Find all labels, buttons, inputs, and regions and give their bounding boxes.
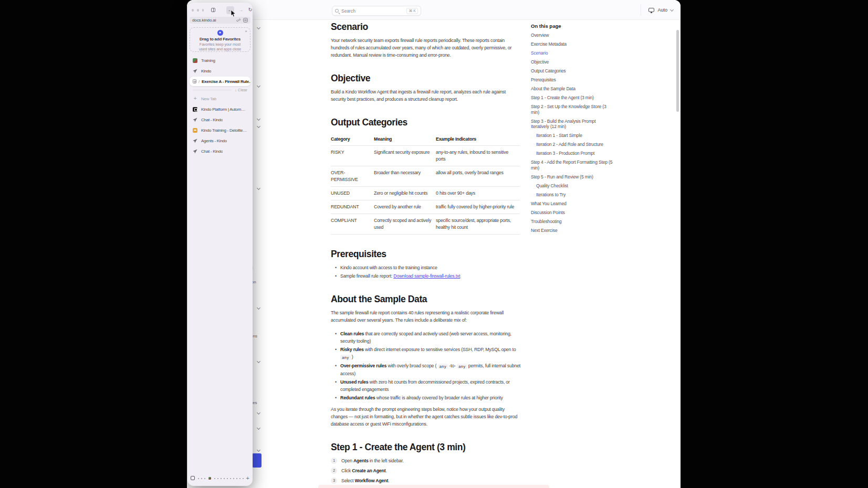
- toc-item[interactable]: What You Learned: [531, 201, 615, 207]
- panel-tab-list: Training Kindo / Exercise A - Firewall R…: [190, 55, 250, 156]
- toc-item[interactable]: Next Exercise: [531, 228, 615, 234]
- mini-favicon[interactable]: [208, 477, 211, 480]
- list-item-text: Kindo account with access to the trainin…: [340, 265, 437, 270]
- toc-item[interactable]: Discussion Points: [531, 210, 615, 216]
- toc-item[interactable]: Iteration 2 - Add Role and Structure: [531, 142, 615, 147]
- section-heading-step1: Step 1 - Create the Agent (3 min): [331, 441, 521, 453]
- table-row: REDUNDANT Covered by another rule traffi…: [331, 200, 520, 214]
- panel-toolbar: ← → ↻: [187, 5, 253, 15]
- section-heading-scenario: Scenario: [331, 21, 521, 33]
- cell-indicators: 0 hits over 90+ days: [436, 187, 520, 200]
- collapsed-nav-chevron-icon[interactable]: [257, 426, 260, 430]
- tab-chat-kindo-2[interactable]: Chat - Kindo: [190, 146, 250, 156]
- refresh-button[interactable]: ↻: [248, 7, 253, 13]
- toc-item[interactable]: Objective: [531, 59, 615, 65]
- bullet-text: ): [351, 354, 353, 359]
- toc-item[interactable]: Step 2 - Set Up the Knowledge Store (3 m…: [531, 104, 615, 115]
- toc-item[interactable]: Output Categories: [531, 68, 615, 74]
- tab-dots-indicator[interactable]: [197, 477, 206, 479]
- collapsed-nav-chevron-icon[interactable]: [257, 448, 260, 452]
- browser-window: Search ⌘ K Auto g ion ons ces Scenario: [187, 0, 681, 488]
- copy-link-icon[interactable]: [236, 18, 241, 23]
- toc-item[interactable]: Iterations to Try: [531, 192, 615, 198]
- tab-chat-kindo[interactable]: Chat - Kindo: [190, 114, 250, 125]
- ask-ai-button[interactable]: [252, 453, 262, 468]
- cell-category: OVER-PERMISSIVE: [331, 166, 374, 187]
- toc-item[interactable]: Troubleshooting: [531, 219, 615, 225]
- step-text-post: .: [388, 478, 389, 483]
- section-heading-output-categories: Output Categories: [331, 116, 521, 128]
- tab-dots-indicator[interactable]: [213, 477, 244, 479]
- sidebar-item-kindo[interactable]: Kindo: [190, 66, 250, 76]
- clear-tabs-button[interactable]: ↓ Clear: [235, 88, 250, 92]
- toc-item[interactable]: Step 4 - Add the Report Formatting Step …: [531, 160, 615, 171]
- reader-menu-icon[interactable]: [243, 18, 248, 23]
- collapsed-nav-chevron-icon[interactable]: [257, 117, 260, 121]
- inline-code: any: [340, 355, 351, 360]
- toc-item[interactable]: About the Sample Data: [531, 86, 615, 92]
- collapsed-nav-chevron-icon[interactable]: [257, 26, 260, 29]
- inline-code: any: [457, 364, 467, 369]
- collapsed-nav-chevron-icon[interactable]: [257, 84, 260, 88]
- cell-meaning: Correctly scoped and actively used: [374, 214, 436, 235]
- toc-item[interactable]: Step 3 - Build the Analysis Prompt Itera…: [531, 119, 615, 130]
- drag-to-add-favorites-dropzone[interactable]: × ★ Drag to add Favorites Favorites keep…: [190, 27, 250, 52]
- theme-selector[interactable]: Auto: [641, 4, 673, 16]
- forward-button[interactable]: →: [238, 7, 244, 13]
- bullet-text: with direct internet exposure to sensiti…: [364, 347, 516, 352]
- url-bar[interactable]: docs.kindo.ai: [190, 17, 250, 24]
- active-tab-exercise-a[interactable]: / Exercise A - Firewall Rule...: [190, 77, 250, 86]
- collapsed-nav-chevron-icon[interactable]: [257, 186, 260, 190]
- step-text-bold: Create an Agent: [352, 468, 385, 473]
- new-space-button[interactable]: +: [246, 475, 249, 481]
- back-button[interactable]: ←: [226, 6, 234, 14]
- inline-code: any: [438, 364, 448, 369]
- close-icon[interactable]: ×: [245, 29, 247, 34]
- collapsed-nav-chevron-icon[interactable]: [257, 124, 260, 128]
- collapsed-nav-chevron-icon[interactable]: [257, 306, 260, 310]
- tab-agents-kindo[interactable]: Agents - Kindo: [190, 135, 250, 146]
- archive-box-icon[interactable]: [191, 476, 195, 480]
- sidebar-toggle-icon[interactable]: [211, 8, 215, 12]
- bullet-lead: Redundant rules: [340, 395, 375, 400]
- bullet-lead: Clean rules: [340, 331, 364, 336]
- search-icon: [335, 9, 339, 13]
- instruction-step: 1 Open Agents in the left sidebar.: [331, 457, 521, 464]
- download-sample-link[interactable]: Download sample-firewall-rules.txt: [393, 273, 460, 279]
- output-categories-table: Category Meaning Example Indicators RISK…: [331, 133, 520, 235]
- step1-instructions: 1 Open Agents in the left sidebar. 2 Cli…: [331, 457, 521, 488]
- tab-kindo-training-deloitte[interactable]: Kindo Training - Deloitte 4/...: [190, 125, 250, 135]
- bullet-lead: Over-permissive rules: [340, 363, 386, 368]
- desktop-background: Search ⌘ K Auto g ion ons ces Scenario: [0, 0, 868, 488]
- search-input[interactable]: Search ⌘ K: [332, 6, 421, 16]
- new-tab-button[interactable]: + New Tab: [190, 93, 250, 104]
- toc-item[interactable]: Step 5 - Run and Review (5 min): [531, 174, 615, 180]
- cell-meaning: Zero or negligible hit counts: [374, 187, 436, 200]
- tab-kindo-platform[interactable]: Kindo Platform | Automate...: [190, 104, 250, 114]
- toc-item[interactable]: Iteration 3 - Production Prompt: [531, 151, 615, 156]
- traffic-light-zoom[interactable]: [202, 9, 204, 12]
- toc-item[interactable]: Overview: [531, 33, 615, 38]
- traffic-light-close[interactable]: [192, 9, 194, 12]
- toc-item[interactable]: Exercise Metadata: [531, 41, 615, 47]
- sample-data-outro: As you iterate through the prompt engine…: [331, 406, 521, 428]
- kindo-glyph-icon: [193, 139, 197, 143]
- toc-item[interactable]: Iteration 1 - Start Simple: [531, 133, 615, 139]
- section-heading-sample-data: About the Sample Data: [331, 293, 521, 305]
- list-item: Redundant rules whose traffic is already…: [335, 394, 521, 401]
- sidebar-item-training[interactable]: Training: [190, 55, 250, 66]
- traffic-light-minimize[interactable]: [197, 9, 199, 12]
- toc-item[interactable]: Step 1 - Create the Agent (3 min): [531, 95, 615, 101]
- cell-category: UNUSED: [331, 187, 374, 200]
- sidebar-item-label: Training: [201, 58, 215, 63]
- collapsed-nav-chevron-icon[interactable]: [257, 411, 260, 415]
- step-number: 2: [331, 468, 337, 474]
- toc-item[interactable]: Quality Checklist: [531, 183, 615, 189]
- collapsed-nav-chevron-icon[interactable]: [257, 359, 260, 363]
- toc-item[interactable]: Prerequisites: [531, 77, 615, 83]
- cell-indicators: allow all ports, overly broad ranges: [436, 166, 520, 187]
- instruction-step: 3 Select Workflow Agent.: [331, 477, 521, 484]
- toc-item-active[interactable]: Scenario: [531, 50, 615, 56]
- scrollbar-thumb[interactable]: [676, 30, 679, 112]
- bullet-lead: Unused rules: [340, 379, 368, 385]
